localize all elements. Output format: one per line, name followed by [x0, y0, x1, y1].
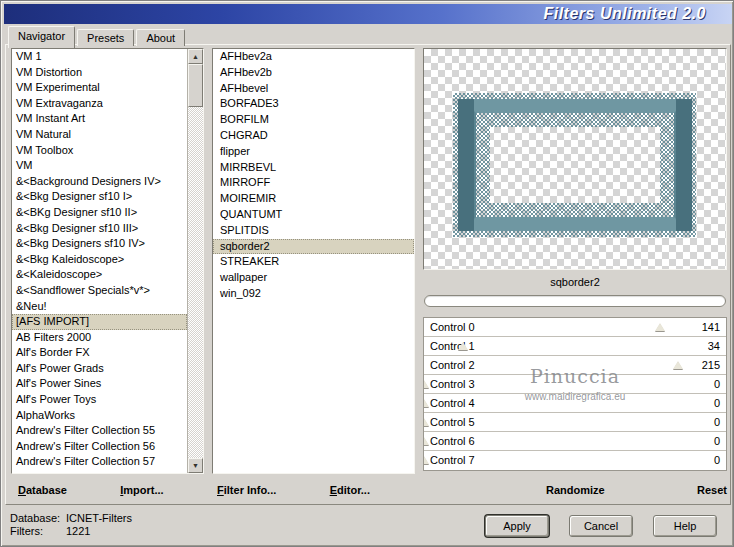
category-item[interactable]: [AFS IMPORT] — [12, 314, 187, 330]
control-row[interactable]: Control 50 — [424, 413, 726, 432]
category-item[interactable]: Andrew's Filter Collection 57 — [12, 454, 187, 470]
control-row[interactable]: Control 40 — [424, 394, 726, 413]
category-item[interactable]: &<Sandflower Specials*v*> — [12, 283, 187, 299]
filter-item[interactable]: wallpaper — [213, 270, 414, 286]
filter-item[interactable]: win_092 — [213, 286, 414, 302]
category-list-container: VM 1VM DistortionVM ExperimentalVM Extra… — [11, 48, 204, 474]
slider-thumb-icon[interactable] — [424, 418, 429, 426]
control-label: Control 5 — [430, 416, 475, 428]
category-item[interactable]: AlphaWorks — [12, 408, 187, 424]
control-row[interactable]: Control 0141 — [424, 318, 726, 337]
filter-item[interactable]: AFHbev2a — [213, 49, 414, 65]
category-item[interactable]: Alf's Power Toys — [12, 392, 187, 408]
category-item[interactable]: AB Filters 2000 — [12, 330, 187, 346]
category-item[interactable]: Alf's Border FX — [12, 345, 187, 361]
scroll-thumb[interactable] — [188, 64, 203, 107]
category-item[interactable]: &<Bkg Designer sf10 I> — [12, 189, 187, 205]
filter-item[interactable]: AFHbevel — [213, 81, 414, 97]
slider-thumb-icon[interactable] — [424, 456, 429, 464]
category-item[interactable]: Alf's Power Grads — [12, 361, 187, 377]
category-item[interactable]: VM Toolbox — [12, 143, 187, 159]
filter-item[interactable]: QUANTUMT — [213, 207, 414, 223]
control-row[interactable]: Control 60 — [424, 432, 726, 451]
filter-item[interactable]: STREAKER — [213, 254, 414, 270]
category-item[interactable]: VM 1 — [12, 49, 187, 65]
control-value: 215 — [702, 359, 720, 371]
control-label: Control 0 — [430, 321, 475, 333]
preview-effect-left-bar — [458, 99, 474, 231]
database-button[interactable]: Database — [18, 484, 67, 496]
slider-thumb-icon[interactable] — [655, 323, 665, 331]
category-item[interactable]: VM Natural — [12, 127, 187, 143]
control-value: 0 — [714, 416, 720, 428]
category-item[interactable]: &<Bkg Designers sf10 IV> — [12, 236, 187, 252]
filter-item[interactable]: MOIREMIR — [213, 191, 414, 207]
control-value: 0 — [714, 378, 720, 390]
scroll-up-icon[interactable]: ▲ — [188, 49, 203, 64]
category-item[interactable]: VM Distortion — [12, 65, 187, 81]
control-label: Control 4 — [430, 397, 475, 409]
category-item[interactable]: &<Kaleidoscope> — [12, 267, 187, 283]
progress-bar — [424, 295, 726, 307]
tab-navigator[interactable]: Navigator — [8, 26, 75, 48]
control-value: 0 — [714, 454, 720, 466]
title-bar: Filters Unlimited 2.0 — [4, 4, 732, 24]
filters-unlimited-window: Filters Unlimited 2.0 Navigator Presets … — [0, 0, 734, 547]
apply-button[interactable]: Apply — [485, 515, 549, 537]
category-item[interactable]: &<BKg Designer sf10 II> — [12, 205, 187, 221]
control-row[interactable]: Control 70 — [424, 451, 726, 470]
help-button[interactable]: Help — [653, 515, 717, 537]
slider-thumb-icon[interactable] — [424, 380, 429, 388]
scroll-down-icon[interactable]: ▼ — [188, 458, 203, 473]
category-item[interactable]: &<Bkg Kaleidoscope> — [12, 252, 187, 268]
slider-thumb-icon[interactable] — [673, 361, 683, 369]
filter-item[interactable]: AFHbev2b — [213, 65, 414, 81]
slider-thumb-icon[interactable] — [424, 437, 429, 445]
filter-list: AFHbev2aAFHbev2bAFHbevelBORFADE3BORFILMC… — [212, 48, 415, 474]
category-item[interactable]: &<Bkg Designer sf10 III> — [12, 221, 187, 237]
filter-preview[interactable] — [423, 48, 727, 270]
status-database-value: ICNET-Filters — [66, 512, 132, 525]
category-item[interactable]: &<Background Designers IV> — [12, 174, 187, 190]
control-label: Control 7 — [430, 454, 475, 466]
filter-item[interactable]: CHGRAD — [213, 128, 414, 144]
tab-presets[interactable]: Presets — [77, 29, 134, 46]
control-value: 0 — [714, 435, 720, 447]
category-item[interactable]: VM Extravaganza — [12, 96, 187, 112]
filter-item[interactable]: sqborder2 — [213, 239, 414, 255]
filter-item[interactable]: BORFADE3 — [213, 96, 414, 112]
category-item[interactable]: &Neu! — [12, 299, 187, 315]
filter-item[interactable]: MIRRBEVL — [213, 160, 414, 176]
control-row[interactable]: Control 30 — [424, 375, 726, 394]
randomize-button[interactable]: Randomize — [546, 484, 605, 496]
category-item[interactable]: VM — [12, 158, 187, 174]
command-strip-right: RandomizeReset — [546, 478, 727, 502]
control-row[interactable]: Control 134 — [424, 337, 726, 356]
slider-thumb-icon[interactable] — [424, 399, 429, 407]
cancel-button[interactable]: Cancel — [569, 515, 633, 537]
slider-thumb-icon[interactable] — [458, 342, 468, 350]
dialog-buttons: Apply Cancel Help — [485, 515, 717, 537]
category-item[interactable]: Andrew's Filter Collection 56 — [12, 439, 187, 455]
category-item[interactable]: VM Instant Art — [12, 111, 187, 127]
control-label: Control 2 — [430, 359, 475, 371]
reset-button[interactable]: Reset — [697, 484, 727, 496]
filter-item[interactable]: MIRROFF — [213, 175, 414, 191]
category-list: VM 1VM DistortionVM ExperimentalVM Extra… — [12, 49, 187, 473]
tab-about[interactable]: About — [136, 29, 185, 46]
import-button[interactable]: Import... — [120, 484, 163, 496]
status-database-label: Database: — [10, 512, 66, 525]
category-item[interactable]: VM Experimental — [12, 80, 187, 96]
selected-filter-name: sqborder2 — [423, 272, 727, 292]
filter-item[interactable]: BORFILM — [213, 112, 414, 128]
filter-info-button[interactable]: Filter Info... — [217, 484, 276, 496]
category-item[interactable]: Alf's Power Sines — [12, 376, 187, 392]
preview-effect-right-bar — [676, 99, 692, 231]
control-row[interactable]: Control 2215 — [424, 356, 726, 375]
filter-item[interactable]: SPLITDIS — [213, 223, 414, 239]
editor-button[interactable]: Editor... — [330, 484, 370, 496]
status-filters-label: Filters: — [10, 525, 66, 538]
category-scrollbar[interactable]: ▲ ▼ — [187, 49, 203, 473]
filter-item[interactable]: flipper — [213, 144, 414, 160]
category-item[interactable]: Andrew's Filter Collection 55 — [12, 423, 187, 439]
